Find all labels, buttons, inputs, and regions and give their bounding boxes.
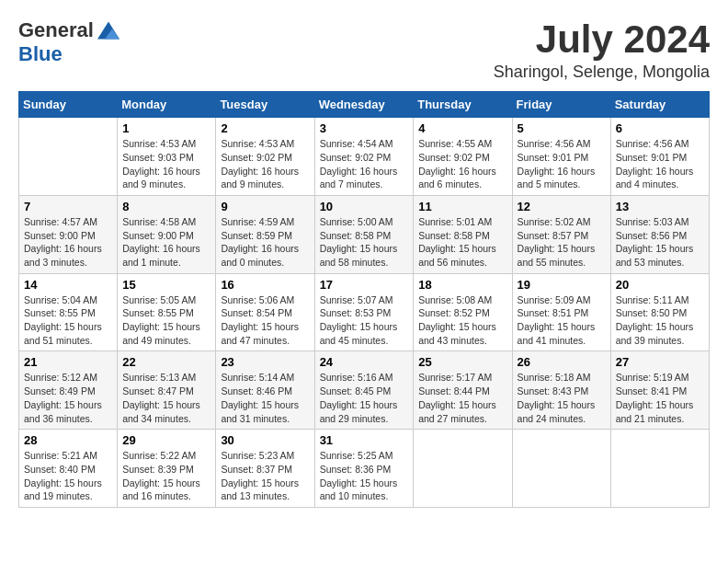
day-number: 30 <box>221 433 309 447</box>
day-number: 4 <box>418 121 506 135</box>
day-number: 21 <box>24 355 112 369</box>
calendar-cell: 13Sunrise: 5:03 AMSunset: 8:56 PMDayligh… <box>610 195 709 273</box>
day-info: Sunrise: 5:18 AMSunset: 8:43 PMDaylight:… <box>518 371 606 425</box>
calendar-header-friday: Friday <box>512 92 610 118</box>
calendar-cell: 14Sunrise: 5:04 AMSunset: 8:55 PMDayligh… <box>19 273 118 351</box>
title-block: July 2024 Sharingol, Selenge, Mongolia <box>494 18 710 82</box>
calendar-cell: 24Sunrise: 5:16 AMSunset: 8:45 PMDayligh… <box>314 351 414 430</box>
calendar-header-saturday: Saturday <box>610 92 709 118</box>
day-info: Sunrise: 5:02 AMSunset: 8:57 PMDaylight:… <box>518 215 606 270</box>
day-number: 29 <box>122 433 210 447</box>
day-number: 24 <box>320 355 409 369</box>
logo-blue-text: Blue <box>18 42 63 66</box>
day-number: 26 <box>518 355 606 369</box>
day-info: Sunrise: 4:56 AMSunset: 9:01 PMDaylight:… <box>616 137 704 191</box>
calendar-cell: 31Sunrise: 5:25 AMSunset: 8:36 PMDayligh… <box>314 430 414 508</box>
calendar-cell: 26Sunrise: 5:18 AMSunset: 8:43 PMDayligh… <box>512 351 610 430</box>
day-info: Sunrise: 4:53 AMSunset: 9:02 PMDaylight:… <box>221 137 309 191</box>
calendar-cell: 5Sunrise: 4:56 AMSunset: 9:01 PMDaylight… <box>512 118 610 196</box>
day-number: 27 <box>616 355 704 369</box>
day-info: Sunrise: 5:13 AMSunset: 8:47 PMDaylight:… <box>122 371 210 425</box>
month-title: July 2024 <box>494 18 710 61</box>
day-number: 12 <box>518 200 606 213</box>
calendar-cell: 22Sunrise: 5:13 AMSunset: 8:47 PMDayligh… <box>118 351 216 430</box>
calendar-cell: 1Sunrise: 4:53 AMSunset: 9:03 PMDaylight… <box>118 118 216 196</box>
calendar-cell: 3Sunrise: 4:54 AMSunset: 9:02 PMDaylight… <box>314 118 414 196</box>
calendar-table: SundayMondayTuesdayWednesdayThursdayFrid… <box>18 91 710 508</box>
day-number: 25 <box>418 355 506 369</box>
day-number: 3 <box>320 121 409 135</box>
day-number: 19 <box>518 278 606 292</box>
calendar-cell <box>19 118 118 196</box>
calendar-cell: 19Sunrise: 5:09 AMSunset: 8:51 PMDayligh… <box>512 273 610 351</box>
day-info: Sunrise: 5:16 AMSunset: 8:45 PMDaylight:… <box>320 371 409 425</box>
day-number: 31 <box>320 433 409 447</box>
logo: General Blue <box>18 18 119 66</box>
calendar-cell <box>414 430 512 508</box>
day-number: 7 <box>24 200 112 213</box>
calendar-cell: 28Sunrise: 5:21 AMSunset: 8:40 PMDayligh… <box>19 430 118 508</box>
day-info: Sunrise: 4:57 AMSunset: 9:00 PMDaylight:… <box>24 215 112 270</box>
calendar-header-thursday: Thursday <box>414 92 512 118</box>
calendar-cell: 23Sunrise: 5:14 AMSunset: 8:46 PMDayligh… <box>216 351 314 430</box>
calendar-cell: 2Sunrise: 4:53 AMSunset: 9:02 PMDaylight… <box>216 118 314 196</box>
day-info: Sunrise: 4:56 AMSunset: 9:01 PMDaylight:… <box>518 137 606 191</box>
day-number: 2 <box>221 121 309 135</box>
day-info: Sunrise: 5:14 AMSunset: 8:46 PMDaylight:… <box>221 371 309 425</box>
day-number: 17 <box>320 278 409 292</box>
day-number: 5 <box>518 121 606 135</box>
day-number: 10 <box>320 200 409 213</box>
logo-general-text: General <box>18 18 94 42</box>
day-number: 6 <box>616 121 704 135</box>
calendar-cell <box>512 430 610 508</box>
calendar-cell: 18Sunrise: 5:08 AMSunset: 8:52 PMDayligh… <box>414 273 512 351</box>
day-number: 22 <box>122 355 210 369</box>
day-info: Sunrise: 5:09 AMSunset: 8:51 PMDaylight:… <box>518 293 606 348</box>
calendar-cell: 9Sunrise: 4:59 AMSunset: 8:59 PMDaylight… <box>216 195 314 273</box>
day-info: Sunrise: 5:17 AMSunset: 8:44 PMDaylight:… <box>418 371 506 425</box>
day-info: Sunrise: 5:06 AMSunset: 8:54 PMDaylight:… <box>221 293 309 348</box>
day-number: 9 <box>221 200 309 213</box>
calendar-cell: 27Sunrise: 5:19 AMSunset: 8:41 PMDayligh… <box>610 351 709 430</box>
calendar-cell: 30Sunrise: 5:23 AMSunset: 8:37 PMDayligh… <box>216 430 314 508</box>
calendar-cell: 16Sunrise: 5:06 AMSunset: 8:54 PMDayligh… <box>216 273 314 351</box>
logo-icon <box>97 21 119 40</box>
calendar-cell: 29Sunrise: 5:22 AMSunset: 8:39 PMDayligh… <box>118 430 216 508</box>
day-info: Sunrise: 5:12 AMSunset: 8:49 PMDaylight:… <box>24 371 112 425</box>
day-number: 1 <box>122 121 210 135</box>
calendar-header-wednesday: Wednesday <box>314 92 414 118</box>
day-info: Sunrise: 4:53 AMSunset: 9:03 PMDaylight:… <box>122 137 210 191</box>
day-info: Sunrise: 4:58 AMSunset: 9:00 PMDaylight:… <box>122 215 210 270</box>
calendar-cell: 4Sunrise: 4:55 AMSunset: 9:02 PMDaylight… <box>414 118 512 196</box>
calendar-cell: 15Sunrise: 5:05 AMSunset: 8:55 PMDayligh… <box>118 273 216 351</box>
calendar-header-row: SundayMondayTuesdayWednesdayThursdayFrid… <box>19 92 710 118</box>
day-info: Sunrise: 5:03 AMSunset: 8:56 PMDaylight:… <box>616 215 704 270</box>
calendar-week-row: 7Sunrise: 4:57 AMSunset: 9:00 PMDaylight… <box>19 195 710 273</box>
calendar-cell: 6Sunrise: 4:56 AMSunset: 9:01 PMDaylight… <box>610 118 709 196</box>
day-info: Sunrise: 5:19 AMSunset: 8:41 PMDaylight:… <box>616 371 704 425</box>
calendar-cell: 20Sunrise: 5:11 AMSunset: 8:50 PMDayligh… <box>610 273 709 351</box>
day-info: Sunrise: 5:00 AMSunset: 8:58 PMDaylight:… <box>320 215 409 270</box>
calendar-cell: 25Sunrise: 5:17 AMSunset: 8:44 PMDayligh… <box>414 351 512 430</box>
day-number: 18 <box>418 278 506 292</box>
calendar-cell: 11Sunrise: 5:01 AMSunset: 8:58 PMDayligh… <box>414 195 512 273</box>
day-number: 20 <box>616 278 704 292</box>
day-info: Sunrise: 5:05 AMSunset: 8:55 PMDaylight:… <box>122 293 210 348</box>
calendar-cell: 12Sunrise: 5:02 AMSunset: 8:57 PMDayligh… <box>512 195 610 273</box>
day-info: Sunrise: 5:04 AMSunset: 8:55 PMDaylight:… <box>24 293 112 348</box>
day-info: Sunrise: 5:22 AMSunset: 8:39 PMDaylight:… <box>122 449 210 503</box>
day-number: 14 <box>24 278 112 292</box>
day-info: Sunrise: 4:55 AMSunset: 9:02 PMDaylight:… <box>418 137 506 191</box>
page-header: General Blue July 2024 Sharingol, Seleng… <box>18 18 710 82</box>
day-info: Sunrise: 4:54 AMSunset: 9:02 PMDaylight:… <box>320 137 409 191</box>
calendar-week-row: 28Sunrise: 5:21 AMSunset: 8:40 PMDayligh… <box>19 430 710 508</box>
day-info: Sunrise: 5:07 AMSunset: 8:53 PMDaylight:… <box>320 293 409 348</box>
calendar-cell: 21Sunrise: 5:12 AMSunset: 8:49 PMDayligh… <box>19 351 118 430</box>
location-title: Sharingol, Selenge, Mongolia <box>494 63 710 82</box>
calendar-cell: 10Sunrise: 5:00 AMSunset: 8:58 PMDayligh… <box>314 195 414 273</box>
day-info: Sunrise: 4:59 AMSunset: 8:59 PMDaylight:… <box>221 215 309 270</box>
calendar-header-monday: Monday <box>118 92 216 118</box>
day-info: Sunrise: 5:23 AMSunset: 8:37 PMDaylight:… <box>221 449 309 503</box>
calendar-week-row: 21Sunrise: 5:12 AMSunset: 8:49 PMDayligh… <box>19 351 710 430</box>
day-info: Sunrise: 5:21 AMSunset: 8:40 PMDaylight:… <box>24 449 112 503</box>
